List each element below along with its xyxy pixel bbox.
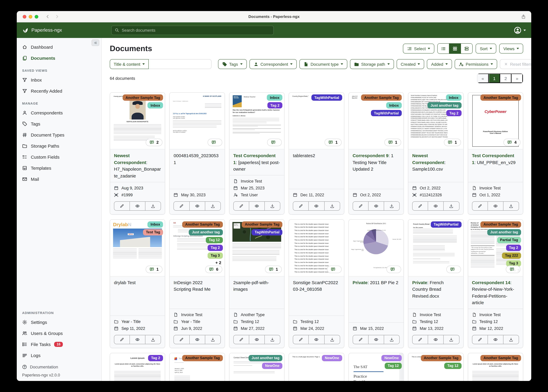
sidebar-item-tags[interactable]: Tags xyxy=(17,118,101,129)
tag-badge[interactable]: Inbox xyxy=(148,102,163,108)
tag-badge[interactable]: Another Sample Tag xyxy=(242,221,282,228)
document-card[interactable]: DrylabNNETFLIX InboxTest Tag 1 drylab Te… xyxy=(110,219,165,348)
document-detail-folder[interactable]: Testing 12 xyxy=(233,318,281,325)
tag-badge[interactable]: NewOne xyxy=(262,363,282,369)
edit-button[interactable] xyxy=(114,335,130,344)
document-detail-folder[interactable]: Testing 12 xyxy=(412,318,459,325)
document-thumbnail[interactable]: Patient BP Distribution 2011Normal, 150,… xyxy=(349,219,404,276)
edit-button[interactable] xyxy=(412,202,428,210)
sidebar-item-documentation[interactable]: Documentation xyxy=(17,361,101,369)
document-title[interactable]: 2sample-pdf-with-images xyxy=(230,276,284,308)
title-content-dropdown[interactable]: Title & content xyxy=(110,59,149,69)
document-card[interactable]: CyberPowerPowerPanel® Business Edition U… xyxy=(468,92,523,214)
storage-path-filter-button[interactable]: Storage path xyxy=(350,59,394,69)
document-card[interactable]: Boundary Waters Trip Another Sample TagT… xyxy=(229,219,285,348)
document-detail-file[interactable]: Another Type xyxy=(233,311,281,318)
pagination-prev[interactable]: « xyxy=(477,73,489,83)
tag-badge[interactable]: Another Sample Tag xyxy=(182,221,223,228)
download-button[interactable] xyxy=(503,202,519,210)
tag-badge[interactable]: Test Tag xyxy=(143,229,163,235)
tags-filter-button[interactable]: Tags xyxy=(218,59,247,69)
document-thumbnail[interactable]: Boundary Waters Trip Another Sample TagT… xyxy=(230,219,284,276)
close-window-button[interactable] xyxy=(23,15,26,18)
document-card[interactable]: Serial Number,Company Name,Employe978818… xyxy=(408,92,463,214)
document-card[interactable]: Francja pod rzNAPOLEON BONAPARTE Another… xyxy=(110,92,165,214)
tag-badge[interactable]: Tag 2 xyxy=(148,355,163,361)
tag-badge[interactable]: Another Sample Tag xyxy=(480,221,521,228)
document-detail-calendar[interactable]: Mar 25, 2023 xyxy=(233,184,281,191)
download-button[interactable] xyxy=(503,335,519,344)
document-thumbnail[interactable]: Lorem ipsumLorem ipsum dolor sit amet, c… xyxy=(468,353,523,381)
share-icon[interactable] xyxy=(521,14,526,19)
document-thumbnail[interactable]: This is a multi page document. Page 1. N… xyxy=(289,353,344,381)
list-view-button[interactable] xyxy=(438,44,449,54)
document-card[interactable]: Country,Region/State," TagWithPartial 1 … xyxy=(289,92,344,214)
reset-filters-button[interactable]: Reset filters xyxy=(500,59,531,69)
document-detail-calendar[interactable]: Dec 11, 2022 xyxy=(293,191,340,198)
document-thumbnail[interactable]: Test NameJanuary 2, 2022 July 14, 1984 A… xyxy=(170,353,225,381)
document-detail-folder[interactable]: Testing 12 xyxy=(293,318,340,325)
download-button[interactable] xyxy=(443,202,459,210)
download-button[interactable] xyxy=(443,335,459,344)
edit-button[interactable] xyxy=(293,335,309,344)
document-thumbnail[interactable]: This is a test Another Sample TagTag 12 xyxy=(408,353,463,381)
download-button[interactable] xyxy=(384,335,399,344)
document-detail-folder[interactable]: Year - Title xyxy=(114,318,161,325)
grid-view-button[interactable] xyxy=(449,44,461,54)
document-card[interactable]: Test NameJanuary 2, 2022 July 14, 1984 A… xyxy=(169,353,225,381)
zoom-window-button[interactable] xyxy=(35,15,38,18)
tag-badge[interactable]: Another Sample Tag xyxy=(123,94,163,101)
tag-badge[interactable]: Inbox xyxy=(386,102,402,108)
preview-button[interactable] xyxy=(189,335,205,344)
document-card[interactable]: Review of of Arbitral Certainty of Award… xyxy=(468,219,523,348)
minimize-window-button[interactable] xyxy=(29,15,32,18)
pagination-page-2[interactable]: 2 xyxy=(500,73,512,83)
document-card[interactable]: The SATPracticeTest #1Make time to take … xyxy=(348,353,404,381)
user-menu[interactable] xyxy=(514,27,526,34)
document-thumbnail[interactable]: Lorem ipsumLorem ipsum dolor sit amet, c… xyxy=(110,353,165,381)
correspondent-link[interactable]: Test Correspondent 1 xyxy=(233,153,276,165)
tag-badge[interactable]: Another Sample Tag xyxy=(361,94,402,101)
document-card[interactable]: Patient BP Distribution 2011Normal, 150,… xyxy=(348,219,404,348)
permissions-filter-button[interactable]: Permissions xyxy=(455,59,497,69)
search-input[interactable] xyxy=(122,28,270,32)
tag-badge[interactable]: Another Sample Tag xyxy=(421,355,461,361)
document-thumbnail[interactable]: MEDICAL TEACHERMedical TeacherHas the ne… xyxy=(230,93,284,149)
document-detail-calendar[interactable]: Oct 2, 2022 xyxy=(353,191,400,198)
tag-badge[interactable]: Tag 12 xyxy=(206,237,223,243)
sidebar-item-inbox[interactable]: Inbox xyxy=(17,74,101,85)
document-detail-calendar[interactable]: Mar 13, 2022 xyxy=(412,325,459,332)
document-card[interactable]: MEDICAL TEACHERMedical TeacherHas the ne… xyxy=(229,92,285,214)
sidebar-item-document-types[interactable]: Document Types xyxy=(17,129,101,140)
correspondent-link[interactable]: Newest Correspondent xyxy=(114,153,146,165)
download-button[interactable] xyxy=(264,202,280,210)
correspondent-filter-button[interactable]: Correspondent xyxy=(249,59,297,69)
document-card[interactable]: AdInDesign Scripting Documentation Anoth… xyxy=(169,219,225,348)
sidebar-item-correspondents[interactable]: Correspondents xyxy=(17,107,101,118)
preview-button[interactable] xyxy=(487,202,503,210)
tag-badge[interactable]: Tag 2 xyxy=(267,102,282,108)
preview-button[interactable] xyxy=(309,202,324,210)
tag-badge[interactable]: Inbox xyxy=(267,94,282,101)
document-detail-folder[interactable]: Year - Title xyxy=(174,318,221,325)
preview-button[interactable] xyxy=(368,202,384,210)
document-thumbnail[interactable]: one,1.0 five,5.0 Another Sample TagInbox… xyxy=(349,93,404,149)
sidebar-collapse-button[interactable] xyxy=(92,39,99,46)
tag-badge[interactable]: NewOne xyxy=(322,355,342,361)
details-view-button[interactable] xyxy=(461,44,472,54)
document-type-filter-button[interactable]: Document type xyxy=(299,59,347,69)
download-button[interactable] xyxy=(145,335,161,344)
edit-button[interactable] xyxy=(174,335,189,344)
select-button[interactable]: Select xyxy=(403,44,434,54)
preview-button[interactable] xyxy=(309,335,324,344)
back-icon[interactable] xyxy=(45,14,50,19)
edit-button[interactable] xyxy=(353,202,368,210)
document-detail-calendar[interactable]: Mar 12, 2022 xyxy=(472,325,519,332)
document-card[interactable]: This is a test for the double space char… xyxy=(289,219,344,348)
document-thumbnail[interactable]: Country,Region/State," TagWithPartial 1 xyxy=(289,93,344,149)
global-search[interactable] xyxy=(111,26,274,35)
sidebar-item-custom-fields[interactable]: Custom Fields xyxy=(17,152,101,162)
document-detail-calendar[interactable]: Mar 24, 2022 xyxy=(293,325,340,332)
tag-badge[interactable]: TagWithPartial xyxy=(252,229,282,235)
tag-badge[interactable]: Inbox xyxy=(446,94,461,101)
